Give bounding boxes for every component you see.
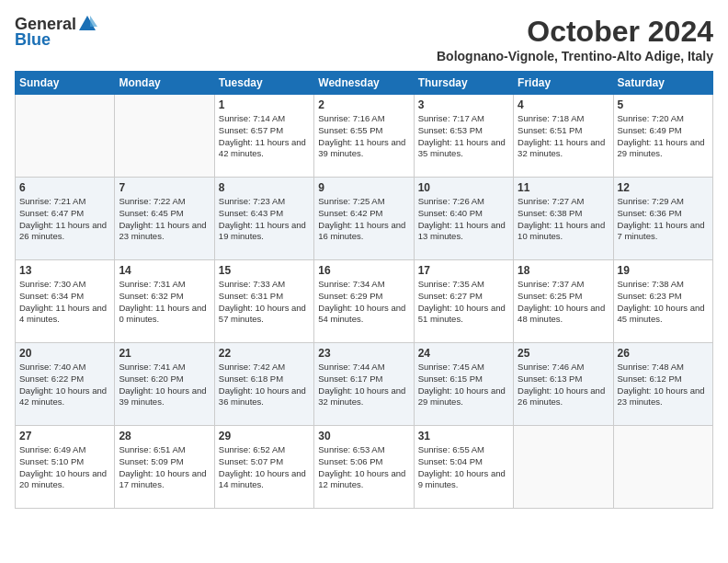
calendar-week-row: 6Sunrise: 7:21 AM Sunset: 6:47 PM Daylig… (16, 178, 713, 260)
weekday-header-row: SundayMondayTuesdayWednesdayThursdayFrid… (16, 72, 713, 95)
day-info: Sunrise: 7:20 AM Sunset: 6:49 PM Dayligh… (618, 113, 709, 160)
day-info: Sunrise: 7:41 AM Sunset: 6:20 PM Dayligh… (119, 362, 210, 408)
calendar-cell: 30Sunrise: 6:53 AM Sunset: 5:06 PM Dayli… (314, 426, 414, 509)
calendar-cell (613, 426, 712, 509)
day-number: 11 (518, 181, 609, 194)
day-info: Sunrise: 7:14 AM Sunset: 6:57 PM Dayligh… (219, 113, 310, 160)
day-number: 8 (219, 181, 310, 194)
calendar-cell: 23Sunrise: 7:44 AM Sunset: 6:17 PM Dayli… (314, 343, 414, 426)
calendar-table: SundayMondayTuesdayWednesdayThursdayFrid… (15, 71, 713, 509)
day-info: Sunrise: 6:51 AM Sunset: 5:09 PM Dayligh… (119, 444, 210, 491)
weekday-header: Sunday (16, 72, 115, 95)
weekday-header: Tuesday (214, 72, 313, 95)
day-number: 16 (318, 264, 409, 277)
day-number: 20 (19, 347, 110, 360)
calendar-cell: 31Sunrise: 6:55 AM Sunset: 5:04 PM Dayli… (414, 426, 513, 509)
calendar-cell: 27Sunrise: 6:49 AM Sunset: 5:10 PM Dayli… (16, 426, 115, 509)
day-info: Sunrise: 7:44 AM Sunset: 6:17 PM Dayligh… (318, 362, 409, 408)
calendar-week-row: 1Sunrise: 7:14 AM Sunset: 6:57 PM Daylig… (16, 95, 713, 178)
page-header: General Blue October 2024 Bolognano-Vign… (15, 15, 713, 63)
weekday-header: Monday (115, 72, 214, 95)
day-number: 22 (219, 347, 310, 360)
calendar-cell: 18Sunrise: 7:37 AM Sunset: 6:25 PM Dayli… (514, 260, 613, 343)
day-info: Sunrise: 7:17 AM Sunset: 6:53 PM Dayligh… (418, 113, 509, 160)
calendar-cell: 6Sunrise: 7:21 AM Sunset: 6:47 PM Daylig… (16, 178, 115, 260)
calendar-cell: 28Sunrise: 6:51 AM Sunset: 5:09 PM Dayli… (115, 426, 214, 509)
day-info: Sunrise: 7:31 AM Sunset: 6:32 PM Dayligh… (119, 279, 210, 326)
day-info: Sunrise: 7:45 AM Sunset: 6:15 PM Dayligh… (418, 362, 509, 408)
day-number: 7 (119, 181, 210, 194)
day-number: 15 (219, 264, 310, 277)
day-number: 31 (418, 430, 509, 442)
day-info: Sunrise: 7:25 AM Sunset: 6:42 PM Dayligh… (318, 196, 409, 243)
day-number: 28 (119, 430, 210, 442)
day-info: Sunrise: 7:30 AM Sunset: 6:34 PM Dayligh… (19, 279, 110, 326)
day-number: 18 (518, 264, 609, 277)
calendar-cell: 17Sunrise: 7:35 AM Sunset: 6:27 PM Dayli… (414, 260, 513, 343)
weekday-header: Friday (514, 72, 613, 95)
day-info: Sunrise: 7:42 AM Sunset: 6:18 PM Dayligh… (219, 362, 310, 408)
day-number: 14 (119, 264, 210, 277)
calendar-cell: 26Sunrise: 7:48 AM Sunset: 6:12 PM Dayli… (613, 343, 712, 426)
day-number: 3 (418, 98, 509, 111)
calendar-cell (514, 426, 613, 509)
calendar-week-row: 20Sunrise: 7:40 AM Sunset: 6:22 PM Dayli… (16, 343, 713, 426)
calendar-cell: 29Sunrise: 6:52 AM Sunset: 5:07 PM Dayli… (214, 426, 313, 509)
day-number: 24 (418, 347, 509, 360)
svg-marker-1 (90, 16, 97, 27)
calendar-cell: 8Sunrise: 7:23 AM Sunset: 6:43 PM Daylig… (214, 178, 313, 260)
calendar-week-row: 13Sunrise: 7:30 AM Sunset: 6:34 PM Dayli… (16, 260, 713, 343)
day-info: Sunrise: 6:52 AM Sunset: 5:07 PM Dayligh… (219, 444, 310, 491)
day-info: Sunrise: 7:23 AM Sunset: 6:43 PM Dayligh… (219, 196, 310, 243)
day-info: Sunrise: 7:26 AM Sunset: 6:40 PM Dayligh… (418, 196, 509, 243)
logo-blue: Blue (15, 30, 51, 50)
calendar-cell: 10Sunrise: 7:26 AM Sunset: 6:40 PM Dayli… (414, 178, 513, 260)
day-number: 21 (119, 347, 210, 360)
day-number: 5 (618, 98, 709, 111)
calendar-cell: 25Sunrise: 7:46 AM Sunset: 6:13 PM Dayli… (514, 343, 613, 426)
day-number: 19 (618, 264, 709, 277)
calendar-cell: 4Sunrise: 7:18 AM Sunset: 6:51 PM Daylig… (514, 95, 613, 178)
day-number: 10 (418, 181, 509, 194)
calendar-cell: 12Sunrise: 7:29 AM Sunset: 6:36 PM Dayli… (613, 178, 712, 260)
logo: General Blue (15, 15, 97, 50)
day-number: 25 (518, 347, 609, 360)
day-info: Sunrise: 7:40 AM Sunset: 6:22 PM Dayligh… (19, 362, 110, 408)
calendar-cell: 13Sunrise: 7:30 AM Sunset: 6:34 PM Dayli… (16, 260, 115, 343)
day-number: 29 (219, 430, 310, 442)
calendar-cell: 11Sunrise: 7:27 AM Sunset: 6:38 PM Dayli… (514, 178, 613, 260)
day-number: 30 (318, 430, 409, 442)
day-info: Sunrise: 7:18 AM Sunset: 6:51 PM Dayligh… (518, 113, 609, 160)
day-info: Sunrise: 6:53 AM Sunset: 5:06 PM Dayligh… (318, 444, 409, 491)
title-block: October 2024 Bolognano-Vignole, Trentino… (437, 15, 713, 63)
day-number: 27 (19, 430, 110, 442)
day-number: 4 (518, 98, 609, 111)
day-info: Sunrise: 7:27 AM Sunset: 6:38 PM Dayligh… (518, 196, 609, 243)
logo-icon (77, 14, 97, 34)
day-info: Sunrise: 7:21 AM Sunset: 6:47 PM Dayligh… (19, 196, 110, 243)
weekday-header: Wednesday (314, 72, 414, 95)
day-info: Sunrise: 6:49 AM Sunset: 5:10 PM Dayligh… (19, 444, 110, 491)
day-info: Sunrise: 7:37 AM Sunset: 6:25 PM Dayligh… (518, 279, 609, 326)
calendar-cell: 20Sunrise: 7:40 AM Sunset: 6:22 PM Dayli… (16, 343, 115, 426)
calendar-cell: 2Sunrise: 7:16 AM Sunset: 6:55 PM Daylig… (314, 95, 414, 178)
day-number: 23 (318, 347, 409, 360)
calendar-cell (16, 95, 115, 178)
day-number: 17 (418, 264, 509, 277)
day-info: Sunrise: 7:22 AM Sunset: 6:45 PM Dayligh… (119, 196, 210, 243)
weekday-header: Thursday (414, 72, 513, 95)
calendar-cell (115, 95, 214, 178)
day-number: 2 (318, 98, 409, 111)
calendar-cell: 3Sunrise: 7:17 AM Sunset: 6:53 PM Daylig… (414, 95, 513, 178)
calendar-cell: 15Sunrise: 7:33 AM Sunset: 6:31 PM Dayli… (214, 260, 313, 343)
day-info: Sunrise: 7:16 AM Sunset: 6:55 PM Dayligh… (318, 113, 409, 160)
calendar-cell: 19Sunrise: 7:38 AM Sunset: 6:23 PM Dayli… (613, 260, 712, 343)
location-title: Bolognano-Vignole, Trentino-Alto Adige, … (437, 49, 713, 63)
day-number: 13 (19, 264, 110, 277)
month-title: October 2024 (437, 15, 713, 49)
day-info: Sunrise: 7:35 AM Sunset: 6:27 PM Dayligh… (418, 279, 509, 326)
calendar-cell: 9Sunrise: 7:25 AM Sunset: 6:42 PM Daylig… (314, 178, 414, 260)
day-info: Sunrise: 7:29 AM Sunset: 6:36 PM Dayligh… (618, 196, 709, 243)
calendar-cell: 7Sunrise: 7:22 AM Sunset: 6:45 PM Daylig… (115, 178, 214, 260)
calendar-cell: 1Sunrise: 7:14 AM Sunset: 6:57 PM Daylig… (214, 95, 313, 178)
